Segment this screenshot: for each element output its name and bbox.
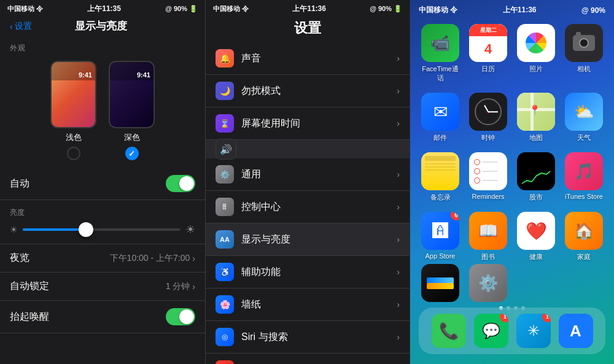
status-bar-panel2: 中国移动 令 上午11:36 @ 90% 🔋 (206, 0, 410, 17)
dock-wechat-icon: 💬 1 (474, 314, 508, 348)
ios-carrier: 中国移动 令 (419, 5, 457, 15)
clock-icon (469, 93, 507, 131)
night-mode-row[interactable]: 夜览 下午10:00 - 上午7:00 › (0, 244, 205, 273)
siri-arrow: › (397, 332, 400, 342)
auto-lock-row[interactable]: 自动锁定 1 分钟 › (0, 273, 205, 301)
siri-icon: ◎ (216, 328, 234, 346)
app-calendar[interactable]: 星期二 4 日历 (467, 24, 510, 83)
list-item-display[interactable]: AA 显示与亮度 › (206, 223, 410, 256)
app-appstore[interactable]: 🅰 6 App Store (419, 212, 462, 261)
night-value: 下午10:00 - 上午7:00 › (110, 253, 195, 264)
itunes-label: iTunes Store (565, 193, 603, 200)
reminder-line2 (474, 168, 497, 174)
app-books[interactable]: 📖 图书 (467, 212, 510, 261)
photos-label: 照片 (529, 64, 543, 74)
mail-icon: ✉ (421, 93, 459, 131)
reminder-bar2 (483, 171, 497, 172)
reminder-circle1 (474, 159, 480, 165)
books-glyph: 📖 (478, 222, 498, 241)
dnd-arrow: › (397, 86, 400, 96)
dock-trans-glyph: ✳ (527, 322, 540, 339)
reminders-label: Reminders (472, 193, 504, 200)
nav-header-panel1: ‹ 设置 显示与亮度 (0, 17, 205, 38)
app-itunes[interactable]: 🎵 iTunes Store (562, 152, 605, 202)
camera-label: 相机 (577, 64, 591, 74)
slider-track[interactable] (23, 228, 181, 231)
books-icon: 📖 (469, 212, 507, 250)
app-health[interactable]: ❤️ 健康 (515, 212, 558, 261)
health-icon: ❤️ (517, 212, 555, 250)
list-item-accessibility[interactable]: ♿ 辅助功能 › (206, 256, 410, 288)
reminders-inner (469, 152, 507, 190)
appearance-section-label: 外观 (0, 38, 205, 56)
stocks-svg (521, 168, 551, 187)
calendar-weekday: 星期二 (480, 26, 497, 34)
dnd-label: 勿扰模式 (241, 85, 389, 98)
dock-phone-icon: 📞 (432, 314, 466, 348)
dark-mode-radio[interactable] (125, 147, 139, 160)
brightness-section: 亮度 ☀ ☀ (0, 200, 205, 244)
back-button[interactable]: ‹ 设置 (10, 21, 32, 32)
app-photos[interactable]: 照片 (515, 24, 558, 83)
list-item-siri[interactable]: ◎ Siri 与搜索 › (206, 321, 410, 354)
books-label: 图书 (481, 252, 495, 261)
camera-inner (565, 24, 603, 62)
night-arrow-icon: › (192, 254, 195, 263)
app-notes[interactable]: 备忘录 (419, 152, 462, 202)
night-label: 夜览 (10, 252, 29, 265)
dock-app-wechat[interactable]: 💬 1 (474, 314, 508, 348)
carrier-panel2: 中国移动 令 (213, 4, 249, 14)
raise-toggle[interactable] (166, 308, 195, 325)
stocks-label: 股市 (529, 193, 543, 202)
list-item-screentime[interactable]: ⌛ 屏幕使用时间 › (206, 107, 410, 140)
light-mode-radio[interactable] (67, 147, 80, 160)
ios-battery: @ 90% (581, 6, 605, 15)
auto-toggle[interactable] (166, 175, 195, 192)
dock-app-phone[interactable]: 📞 (432, 314, 466, 348)
home-label: 家庭 (577, 252, 591, 261)
list-item-control[interactable]: 🎚 控制中心 › (206, 191, 410, 223)
app-weather[interactable]: ⛅ 天气 (562, 93, 605, 142)
app-maps[interactable]: 📍 地图 (515, 93, 558, 142)
mail-label: 邮件 (433, 133, 447, 142)
reminder-line1 (474, 159, 497, 165)
brightness-slider[interactable]: ☀ ☀ (10, 223, 195, 236)
wallpaper-label: 墙纸 (241, 298, 389, 311)
display-label: 显示与亮度 (241, 233, 389, 246)
dock-app-a[interactable]: A (559, 314, 593, 348)
display-brightness-panel: 中国移动 令 上午11:35 @ 90% 🔋 ‹ 设置 显示与亮度 外观 9:4… (0, 0, 205, 364)
app-clock[interactable]: 时钟 (467, 93, 510, 142)
clock-label: 时钟 (481, 133, 495, 142)
list-item-sound[interactable]: 🔔 声音 › (206, 42, 410, 75)
time-panel1: 上午11:35 (87, 4, 121, 14)
dark-mockup-top: 9:41 (110, 62, 154, 80)
speaker-icon: 🔊 (220, 144, 232, 155)
wallet-icon (421, 264, 459, 302)
notes-label: 备忘录 (430, 193, 451, 202)
app-home[interactable]: 🏠 家庭 (562, 212, 605, 261)
sound-label: 声音 (241, 52, 389, 65)
settings-app-icon: ⚙️ (469, 264, 507, 302)
app-facetime[interactable]: 📹 FaceTime通话 (419, 24, 462, 83)
reminder-bar1 (483, 161, 497, 163)
photos-petals (526, 33, 546, 53)
calendar-icon: 星期二 4 (469, 24, 507, 62)
list-item-general[interactable]: ⚙️ 通用 › (206, 158, 410, 191)
app-stocks[interactable]: 股市 (515, 152, 558, 202)
list-item-wallpaper[interactable]: 🌸 墙纸 › (206, 288, 410, 321)
brightness-high-icon: ☀ (185, 223, 195, 236)
maps-label: 地图 (529, 133, 543, 142)
list-item-touchid[interactable]: 👆 触控 ID 与密码 › (206, 354, 410, 364)
brightness-low-icon: ☀ (10, 225, 18, 234)
slider-thumb[interactable] (79, 222, 93, 237)
light-mode-card[interactable]: 9:41 浅色 (50, 61, 96, 160)
list-item-dnd[interactable]: 🌙 勿扰模式 › (206, 75, 410, 107)
app-mail[interactable]: ✉ 邮件 (419, 93, 462, 142)
dock-app-trans[interactable]: ✳ 1 (516, 314, 551, 348)
app-reminders[interactable]: Reminders (467, 152, 510, 202)
app-camera[interactable]: 相机 (562, 24, 605, 83)
settings-app-inner: ⚙️ (469, 264, 507, 302)
stocks-icon (517, 152, 555, 190)
dark-mode-card[interactable]: 9:41 深色 (109, 61, 155, 160)
itunes-icon: 🎵 (565, 152, 603, 190)
